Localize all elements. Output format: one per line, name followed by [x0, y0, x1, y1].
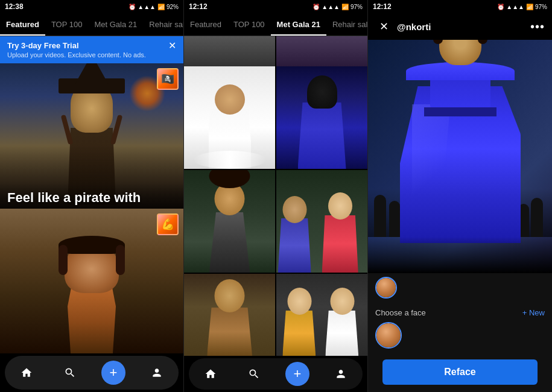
- tab-featured-1[interactable]: Featured: [0, 13, 45, 36]
- panel-1: 12:38 ⏰ ▲▲▲ 📶 92% Featured TOP 100 Met G…: [0, 0, 184, 392]
- bottom-nav-1: +: [5, 356, 179, 390]
- trial-title: Try 3-day Free Trial: [7, 41, 146, 50]
- battery-2: 97%: [351, 4, 363, 10]
- avatar-rambo-inner: 💪: [158, 215, 177, 234]
- grid-cell-white-gown[interactable]: [184, 66, 275, 169]
- user-avatar-row: [368, 273, 552, 302]
- reface-button-container: Reface: [368, 355, 552, 392]
- grid-cell-gray-gown[interactable]: [184, 170, 275, 273]
- tab-featured-2[interactable]: Featured: [184, 13, 227, 36]
- grid-row-1: [184, 66, 367, 169]
- alarm-icon-3: ⏰: [497, 4, 504, 10]
- card-avatar-thumbnail: 🏴‍☠️: [157, 68, 179, 90]
- more-options-button[interactable]: •••: [530, 20, 545, 34]
- profile-username: @nkorti: [397, 22, 525, 32]
- tab-metgala-2[interactable]: Met Gala 21: [271, 13, 326, 36]
- signal-icon-3: ▲▲▲: [506, 4, 524, 10]
- grid-cell-brown-gown[interactable]: [184, 274, 275, 356]
- featured-card-rambo[interactable]: 💪: [0, 209, 183, 354]
- grid-top-cell-2[interactable]: [276, 36, 367, 66]
- new-face-button[interactable]: + New: [522, 308, 545, 317]
- wifi-icon-3: 📶: [526, 4, 533, 10]
- profile-nav-icon-1[interactable]: [145, 361, 169, 385]
- profile-header: ✕ @nkorti •••: [368, 13, 552, 40]
- grid-row-3: [184, 274, 367, 356]
- nav-tabs-1: Featured TOP 100 Met Gala 21 Rehair salo…: [0, 13, 183, 36]
- panel-2: 12:12 ⏰ ▲▲▲ 📶 97% Featured TOP 100 Met G…: [184, 0, 368, 392]
- photo-grid-section: [184, 66, 367, 356]
- choose-face-label: Choose a face: [375, 308, 426, 317]
- tab-top100-1[interactable]: TOP 100: [45, 13, 89, 36]
- grid-top-partial: [184, 36, 367, 66]
- signal-icon-2: ▲▲▲: [322, 4, 340, 10]
- featured-card-pirate[interactable]: Feel like a pirate with Captain Jack Spa…: [0, 63, 183, 209]
- battery-3: 97%: [535, 4, 547, 10]
- featured-card-title: Feel like a pirate with Captain Jack Spa…: [7, 190, 176, 208]
- search-nav-icon-1[interactable]: [58, 361, 82, 385]
- tab-rehair-1[interactable]: Rehair salon: [143, 13, 183, 36]
- main-photo-area[interactable]: [368, 40, 552, 273]
- wifi-icon-2: 📶: [341, 4, 349, 10]
- alarm-icon: ⏰: [128, 4, 136, 10]
- profile-nav-icon-2[interactable]: [329, 362, 353, 386]
- home-nav-icon-1[interactable]: [14, 361, 39, 385]
- add-nav-icon-2[interactable]: +: [285, 362, 309, 386]
- status-icons-3: ⏰ ▲▲▲ 📶 97%: [497, 4, 547, 10]
- grid-cell-gold-gown[interactable]: [276, 274, 367, 356]
- battery-1: 92%: [167, 4, 179, 10]
- grid-top-cell-1[interactable]: [184, 36, 275, 66]
- status-time-1: 12:38: [5, 2, 24, 11]
- alarm-icon-2: ⏰: [312, 4, 320, 10]
- face-options-list: [375, 322, 545, 349]
- featured-card-overlay: Feel like a pirate with Captain Jack Spa…: [0, 183, 183, 208]
- trial-close-button[interactable]: ✕: [168, 41, 176, 51]
- face-option-1[interactable]: [375, 322, 402, 349]
- signal-icon: ▲▲▲: [138, 4, 156, 10]
- trial-subtitle: Upload your videos. Exclusive content. N…: [7, 51, 146, 58]
- trial-text: Try 3-day Free Trial Upload your videos.…: [7, 41, 146, 58]
- nav-tabs-2: Featured TOP 100 Met Gala 21 Rehair salo…: [184, 13, 367, 36]
- tab-metgala-1[interactable]: Met Gala 21: [88, 13, 143, 36]
- reface-button[interactable]: Reface: [382, 359, 538, 385]
- grid-cell-blue-couple[interactable]: [276, 170, 367, 273]
- search-nav-icon-2[interactable]: [242, 362, 266, 386]
- status-time-2: 12:12: [189, 2, 208, 11]
- card-avatar-rambo: 💪: [157, 213, 179, 235]
- status-bar-2: 12:12 ⏰ ▲▲▲ 📶 97%: [184, 0, 367, 13]
- wifi-icon: 📶: [157, 4, 165, 10]
- tab-top100-2[interactable]: TOP 100: [227, 13, 271, 36]
- face-option-1-inner: [376, 323, 401, 347]
- panel-3: 12:12 ⏰ ▲▲▲ 📶 97% ✕ @nkorti •••: [368, 0, 552, 392]
- grid-row-2: [184, 170, 367, 273]
- close-button[interactable]: ✕: [375, 18, 392, 35]
- avatar-inner: 🏴‍☠️: [158, 69, 177, 89]
- trial-banner[interactable]: Try 3-day Free Trial Upload your videos.…: [0, 36, 183, 63]
- add-nav-icon-1[interactable]: +: [101, 361, 125, 385]
- status-icons-1: ⏰ ▲▲▲ 📶 92%: [128, 4, 179, 10]
- status-icons-2: ⏰ ▲▲▲ 📶 97%: [312, 4, 363, 10]
- face-selector-row: Choose a face + New: [375, 308, 545, 317]
- user-avatar-circle: [375, 277, 397, 299]
- status-bar-1: 12:38 ⏰ ▲▲▲ 📶 92%: [0, 0, 183, 13]
- status-time-3: 12:12: [373, 2, 392, 11]
- grid-cell-blue-gown-1[interactable]: [276, 66, 367, 169]
- tab-rehair-2[interactable]: Rehair salon: [326, 13, 367, 36]
- status-bar-3: 12:12 ⏰ ▲▲▲ 📶 97%: [368, 0, 552, 13]
- home-nav-icon-2[interactable]: [198, 362, 223, 386]
- face-selector-panel: Choose a face + New: [368, 302, 552, 355]
- bottom-nav-2: +: [189, 358, 363, 390]
